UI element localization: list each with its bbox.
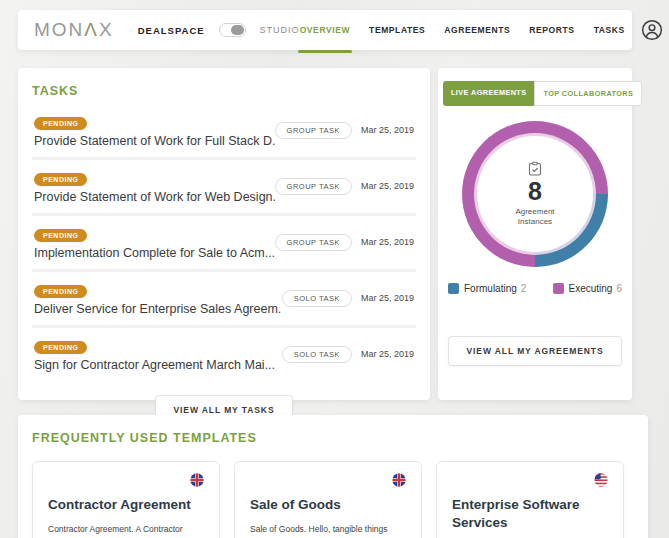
task-row[interactable]: PENDING Implementation Complete for Sale… (32, 213, 416, 269)
tab-live-agreements[interactable]: LIVE AGREEMENTS (443, 81, 534, 106)
agreement-clipboard-icon (527, 161, 543, 177)
status-badge: PENDING (34, 173, 87, 186)
nav-overview[interactable]: OVERVIEW (300, 25, 350, 35)
template-title: Sale of Goods (250, 496, 406, 514)
template-card-enterprise-software-services[interactable]: Enterprise Software Services (436, 461, 624, 538)
templates-title: FREQUENTLY USED TEMPLATES (32, 431, 634, 445)
templates-panel: FREQUENTLY USED TEMPLATES Contractor Agr… (18, 415, 648, 538)
task-date: Mar 25, 2019 (361, 125, 414, 135)
tasks-title: TASKS (32, 84, 416, 98)
tasks-panel: TASKS PENDING Provide Statement of Work … (18, 68, 430, 400)
status-badge: PENDING (34, 229, 87, 242)
task-type-pill: GROUP TASK (275, 122, 352, 139)
template-description: Sale of Goods. Hello, tangible things yo… (250, 523, 406, 538)
task-type-pill: GROUP TASK (275, 178, 352, 195)
status-badge: PENDING (34, 117, 87, 130)
task-date: Mar 25, 2019 (361, 349, 414, 359)
tab-top-collaborators[interactable]: TOP COLLABORATORS (534, 81, 642, 106)
template-description: Contractor Agreement. A Contractor Agree… (48, 523, 204, 538)
uk-flag-icon (250, 473, 406, 487)
template-title: Contractor Agreement (48, 496, 204, 514)
agreement-count: 8 (528, 179, 542, 204)
view-all-agreements-button[interactable]: VIEW ALL MY AGREEMENTS (448, 336, 623, 366)
executing-swatch (553, 283, 564, 294)
template-card-sale-of-goods[interactable]: Sale of Goods Sale of Goods. Hello, tang… (234, 461, 422, 538)
dealspace-studio-toggle[interactable] (219, 23, 246, 37)
status-badge: PENDING (34, 341, 87, 354)
task-row[interactable]: PENDING Sign for Contractor Agreement Ma… (32, 325, 416, 381)
donut-center: 8 Agreement Instances (477, 136, 593, 252)
legend-formulating: Formulating 2 (448, 283, 526, 294)
task-type-pill: SOLO TASK (282, 346, 352, 363)
main-nav: OVERVIEW TEMPLATES AGREEMENTS REPORTS TA… (300, 25, 625, 35)
status-badge: PENDING (34, 285, 87, 298)
task-title: Implementation Complete for Sale to Acm.… (34, 246, 275, 260)
task-type-pill: GROUP TASK (275, 234, 352, 251)
task-row[interactable]: PENDING Deliver Service for Enterprise S… (32, 269, 416, 325)
task-date: Mar 25, 2019 (361, 181, 414, 191)
task-date: Mar 25, 2019 (361, 237, 414, 247)
task-row[interactable]: PENDING Provide Statement of Work for We… (32, 157, 416, 213)
template-title: Enterprise Software Services (452, 496, 608, 532)
task-date: Mar 25, 2019 (361, 293, 414, 303)
formulating-swatch (448, 283, 459, 294)
logo-text: MON (34, 19, 84, 40)
legend-executing: Executing 6 (553, 283, 622, 294)
nav-tasks[interactable]: TASKS (594, 25, 625, 35)
main-content: TASKS PENDING Provide Statement of Work … (18, 68, 632, 400)
template-card-contractor-agreement[interactable]: Contractor Agreement Contractor Agreemen… (32, 461, 220, 538)
agreements-tabs: LIVE AGREEMENTS TOP COLLABORATORS (443, 81, 627, 106)
task-title: Provide Statement of Work for Full Stack… (34, 134, 275, 148)
agreements-donut-chart: 8 Agreement Instances (462, 121, 608, 267)
user-avatar-icon[interactable] (641, 19, 663, 41)
task-title: Sign for Contractor Agreement March Mai.… (34, 358, 282, 372)
dealspace-label: DEALSPACE (138, 25, 205, 36)
logo-text-x: X (99, 19, 114, 40)
uk-flag-icon (48, 473, 204, 487)
us-flag-icon (452, 473, 608, 487)
template-cards: Contractor Agreement Contractor Agreemen… (32, 461, 634, 538)
agreement-count-label: Agreement Instances (515, 207, 554, 227)
nav-reports[interactable]: REPORTS (529, 25, 574, 35)
top-bar: MONΛX DEALSPACE STUDIO OVERVIEW TEMPLATE… (18, 10, 632, 50)
nav-templates[interactable]: TEMPLATES (369, 25, 425, 35)
studio-label: STUDIO (260, 25, 300, 35)
agreements-panel: LIVE AGREEMENTS TOP COLLABORATORS 8 Agre… (438, 68, 632, 400)
task-type-pill: SOLO TASK (282, 290, 352, 307)
donut-legend: Formulating 2 Executing 6 (448, 283, 622, 294)
toggle-knob (231, 25, 244, 35)
task-row[interactable]: PENDING Provide Statement of Work for Fu… (32, 104, 416, 157)
logo-lambda: Λ (84, 19, 99, 40)
task-title: Provide Statement of Work for Web Design… (34, 190, 275, 204)
task-title: Deliver Service for Enterprise Sales Agr… (34, 302, 282, 316)
task-list: PENDING Provide Statement of Work for Fu… (32, 104, 416, 381)
monax-logo[interactable]: MONΛX (34, 19, 114, 41)
nav-agreements[interactable]: AGREEMENTS (444, 25, 510, 35)
